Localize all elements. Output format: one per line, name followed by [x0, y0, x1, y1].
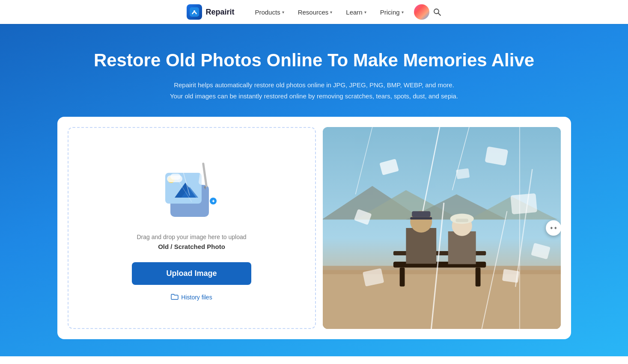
chevron-down-icon: ▾ — [282, 10, 284, 15]
nav-products[interactable]: Products ▾ — [248, 0, 291, 24]
hero-section: Restore Old Photos Online To Make Memori… — [0, 24, 628, 356]
svg-rect-33 — [448, 231, 476, 264]
navbar: Repairit Products ▾ Resources ▾ Learn ▾ … — [0, 0, 628, 24]
nav-pricing-label: Pricing — [380, 9, 400, 16]
drag-drop-text: Drag and drop your image here to upload — [137, 234, 246, 240]
upload-illustration: ✦ — [158, 155, 226, 223]
svg-rect-27 — [399, 268, 405, 287]
chevron-down-icon: ▾ — [402, 10, 404, 15]
svg-point-1 — [193, 10, 195, 12]
svg-point-2 — [434, 9, 439, 14]
svg-rect-11 — [198, 166, 218, 186]
svg-rect-10 — [170, 174, 181, 180]
svg-line-3 — [438, 13, 440, 15]
photo-type-label: Old / Scratched Photo — [158, 243, 225, 250]
search-icon[interactable] — [433, 8, 441, 16]
chevron-down-icon: ▾ — [330, 10, 332, 15]
before-after-slider[interactable] — [546, 220, 561, 236]
hero-subtitle: Repairit helps automatically restore old… — [9, 80, 619, 101]
nav-resources-label: Resources — [298, 9, 329, 16]
folder-icon — [171, 293, 179, 302]
hero-title: Restore Old Photos Online To Make Memori… — [9, 50, 619, 71]
svg-rect-44 — [456, 169, 470, 180]
avatar[interactable] — [414, 4, 429, 20]
nav-pricing[interactable]: Pricing ▾ — [373, 0, 411, 24]
history-files-link[interactable]: History files — [171, 293, 212, 302]
upload-panel: ✦ Drag and drop your image here to uploa… — [68, 127, 316, 329]
chevron-down-icon: ▾ — [364, 10, 366, 15]
nav-resources[interactable]: Resources ▾ — [291, 0, 339, 24]
preview-image — [323, 127, 561, 329]
svg-rect-36 — [455, 219, 468, 222]
svg-rect-31 — [412, 211, 430, 217]
footer-bar: Prefer to repair photos locally? Try Rep… — [0, 356, 628, 364]
logo[interactable]: Repairit — [187, 4, 234, 20]
nav-learn[interactable]: Learn ▾ — [339, 0, 373, 24]
nav-learn-label: Learn — [346, 9, 362, 16]
svg-rect-32 — [410, 217, 432, 220]
svg-rect-42 — [510, 193, 537, 214]
main-card: ✦ Drag and drop your image here to uploa… — [57, 117, 571, 339]
logo-icon — [187, 4, 202, 20]
history-files-label: History files — [181, 294, 212, 301]
svg-text:✦: ✦ — [211, 199, 215, 204]
nav-products-label: Products — [255, 9, 280, 16]
svg-rect-23 — [323, 270, 561, 329]
svg-rect-29 — [406, 228, 436, 264]
svg-rect-28 — [475, 268, 480, 287]
logo-text: Repairit — [205, 8, 234, 17]
preview-panel — [323, 127, 561, 329]
upload-image-button[interactable]: Upload Image — [132, 262, 251, 285]
